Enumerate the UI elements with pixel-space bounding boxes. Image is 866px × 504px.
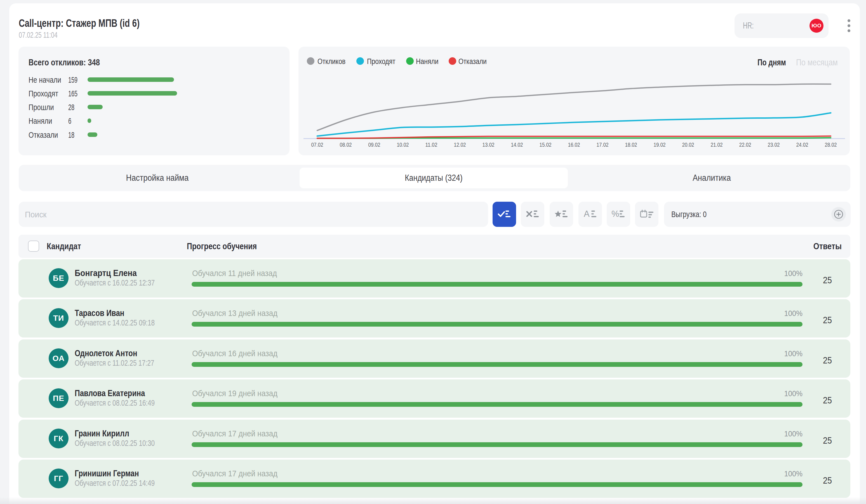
svg-text:18.02: 18.02 (625, 141, 637, 148)
svg-text:24.02: 24.02 (796, 141, 808, 148)
svg-text:12.02: 12.02 (454, 141, 466, 148)
svg-text:20.02: 20.02 (682, 141, 694, 148)
svg-text:08.02: 08.02 (340, 141, 352, 148)
svg-text:09.02: 09.02 (368, 141, 380, 148)
svg-text:23.02: 23.02 (768, 141, 780, 148)
svg-text:19.02: 19.02 (654, 141, 666, 148)
svg-text:22.02: 22.02 (739, 141, 751, 148)
svg-text:17.02: 17.02 (597, 141, 609, 148)
svg-text:A: A (584, 209, 590, 219)
svg-text:10.02: 10.02 (397, 141, 409, 148)
svg-text:28.02: 28.02 (825, 141, 837, 148)
svg-text:07.02: 07.02 (311, 141, 323, 148)
svg-text:15.02: 15.02 (540, 141, 552, 148)
svg-text:14.02: 14.02 (511, 141, 523, 148)
svg-text:11.02: 11.02 (425, 141, 437, 148)
svg-text:21.02: 21.02 (711, 141, 723, 148)
svg-text:%: % (611, 209, 619, 219)
svg-text:13.02: 13.02 (482, 141, 495, 148)
svg-text:16.02: 16.02 (568, 141, 580, 148)
